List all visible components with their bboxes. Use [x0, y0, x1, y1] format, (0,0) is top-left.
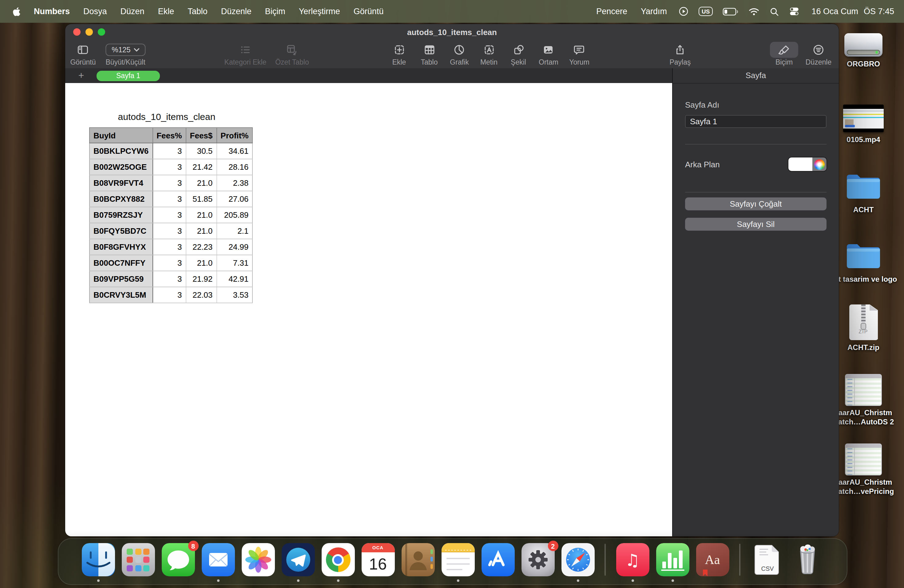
table-cell[interactable]: 3	[153, 239, 186, 255]
color-wheel-button[interactable]	[812, 158, 827, 171]
dock-item-csv-file[interactable]: CSV	[751, 543, 784, 576]
toolbar-button-payla[interactable]: Paylaş	[669, 42, 691, 66]
dock-item-trash[interactable]	[790, 543, 824, 576]
menu-item-d-zen[interactable]: Düzen	[114, 7, 151, 16]
dock-item-messages[interactable]: 8	[161, 543, 194, 576]
input-source-icon[interactable]: US	[699, 7, 713, 16]
control-center-icon[interactable]	[789, 7, 799, 16]
dock-item-safari[interactable]	[561, 543, 594, 576]
toolbar-button-tablo[interactable]: Tablo	[420, 42, 438, 66]
menu-item-d-zenle[interactable]: Düzenle	[214, 7, 258, 16]
screen-record-icon[interactable]	[679, 6, 689, 17]
toolbar-button-ekle[interactable]: Ekle	[390, 42, 408, 66]
table-header-profit[interactable]: Profit%	[217, 128, 253, 143]
table-cell[interactable]: B08VR9FVT4	[90, 175, 153, 191]
table-cell[interactable]: B0BKLPCYW6	[90, 143, 153, 159]
toolbar-button-ekil[interactable]: Şekil	[509, 42, 528, 66]
table-cell[interactable]: 3	[153, 159, 186, 175]
table-cell[interactable]: 22.23	[186, 239, 217, 255]
table-cell[interactable]: 28.16	[217, 159, 253, 175]
table-cell[interactable]: B0FQY5BD7C	[90, 223, 153, 239]
table-cell[interactable]: 21.92	[186, 271, 217, 287]
spreadsheet-area[interactable]: autods_10_items_clean BuyIdFees%Fees$Pro…	[65, 83, 672, 536]
menu-item-bi-im[interactable]: Biçim	[258, 7, 292, 16]
apple-menu[interactable]	[7, 6, 27, 16]
dock-item-music[interactable]: ♫	[616, 543, 649, 576]
tab-sayfa-1[interactable]: Sayfa 1	[96, 70, 160, 81]
table-cell[interactable]: 27.06	[217, 191, 253, 207]
table-cell[interactable]: 3	[153, 223, 186, 239]
menu-item-yard-m[interactable]: Yardım	[634, 7, 674, 16]
table-cell[interactable]: B0BCPXY882	[90, 191, 153, 207]
dock-item-numbers[interactable]	[656, 543, 689, 576]
menu-item-g-r-nt[interactable]: Görüntü	[347, 7, 390, 16]
duplicate-sheet-button[interactable]: Sayfayı Çoğalt	[685, 198, 827, 210]
table-cell[interactable]: 21.0	[186, 207, 217, 223]
table-cell[interactable]: 24.99	[217, 239, 253, 255]
add-sheet-button[interactable]: +	[75, 71, 87, 81]
table-cell[interactable]: 51.85	[186, 191, 217, 207]
table-cell[interactable]: 3	[153, 287, 186, 303]
table-cell[interactable]: 3	[153, 207, 186, 223]
dock-item-photos[interactable]	[241, 543, 275, 576]
wifi-icon[interactable]	[748, 7, 759, 16]
toolbar-button-ortam[interactable]: Ortam	[539, 42, 558, 66]
table-cell[interactable]: 3	[153, 191, 186, 207]
sheet-name-input[interactable]	[685, 115, 827, 128]
menu-item-yerle-tirme[interactable]: Yerleştirme	[292, 7, 347, 16]
table-cell[interactable]: 3	[153, 175, 186, 191]
delete-sheet-button[interactable]: Sayfayı Sil	[685, 218, 827, 231]
dock-item-app-store[interactable]	[481, 543, 514, 576]
table-cell[interactable]: 21.0	[186, 255, 217, 271]
toolbar-button-b-y-t-k-lt[interactable]: %125Büyüt/Küçült	[106, 42, 145, 66]
dock-item-finder[interactable]	[82, 543, 115, 576]
table-cell[interactable]: B0759RZSJY	[90, 207, 153, 223]
dock-item-launchpad[interactable]	[122, 543, 155, 576]
menu-item-ekle[interactable]: Ekle	[151, 7, 181, 16]
table-cell[interactable]: B0CRVY3L5M	[90, 287, 153, 303]
table-cell[interactable]: B09VPP5G59	[90, 271, 153, 287]
table-cell[interactable]: 21.0	[186, 223, 217, 239]
dock-item-contacts[interactable]	[401, 543, 435, 576]
table-header-fees[interactable]: Fees%	[153, 128, 186, 143]
table-cell[interactable]: 7.31	[217, 255, 253, 271]
menu-clock[interactable]: 16 Oca CumÖS 7:45	[811, 7, 894, 16]
toolbar-button-grafik[interactable]: Grafik	[450, 42, 469, 66]
search-icon[interactable]	[769, 6, 779, 16]
toolbar-button-bi-im[interactable]: Biçim	[770, 42, 798, 66]
table-cell[interactable]: 21.42	[186, 159, 217, 175]
toolbar-button-g-r-nt[interactable]: Görüntü	[70, 42, 96, 66]
table-cell[interactable]: B0F8GFVHYX	[90, 239, 153, 255]
table-cell[interactable]: 3.53	[217, 287, 253, 303]
table-cell[interactable]: 30.5	[186, 143, 217, 159]
dock-item-dictionary[interactable]: Aa	[696, 543, 729, 576]
table-cell[interactable]: B002W25OGE	[90, 159, 153, 175]
background-color-well[interactable]	[789, 158, 827, 171]
table-cell[interactable]: 205.89	[217, 207, 253, 223]
table-cell[interactable]: B00OC7NFFY	[90, 255, 153, 271]
toolbar-button-d-zenle[interactable]: Düzenle	[806, 42, 831, 66]
table-cell[interactable]: 2.38	[217, 175, 253, 191]
menu-item-tablo[interactable]: Tablo	[181, 7, 214, 16]
menu-item-pencere[interactable]: Pencere	[589, 7, 634, 16]
toolbar-button-yorum[interactable]: Yorum	[569, 42, 589, 66]
color-swatch[interactable]	[789, 158, 812, 171]
table-title[interactable]: autods_10_items_clean	[89, 111, 244, 122]
dock-item-notes[interactable]	[441, 543, 474, 576]
table-header-fees[interactable]: Fees$	[186, 128, 217, 143]
table-cell[interactable]: 2.1	[217, 223, 253, 239]
table-cell[interactable]: 3	[153, 255, 186, 271]
dock-item-system-settings[interactable]: 2	[521, 543, 555, 576]
table-cell[interactable]: 42.91	[217, 271, 253, 287]
menu-item-dosya[interactable]: Dosya	[77, 7, 114, 16]
dock-item-telegram[interactable]	[281, 543, 315, 576]
menu-item-numbers[interactable]: Numbers	[27, 7, 77, 16]
table-cell[interactable]: 3	[153, 143, 186, 159]
dock-item-mail[interactable]	[201, 543, 235, 576]
dock-item-chrome[interactable]	[321, 543, 354, 576]
table-header-buyid[interactable]: BuyId	[90, 128, 153, 143]
zoom-level-dropdown[interactable]: %125	[106, 44, 145, 56]
table-cell[interactable]: 22.03	[186, 287, 217, 303]
table-cell[interactable]: 3	[153, 271, 186, 287]
table-cell[interactable]: 21.0	[186, 175, 217, 191]
